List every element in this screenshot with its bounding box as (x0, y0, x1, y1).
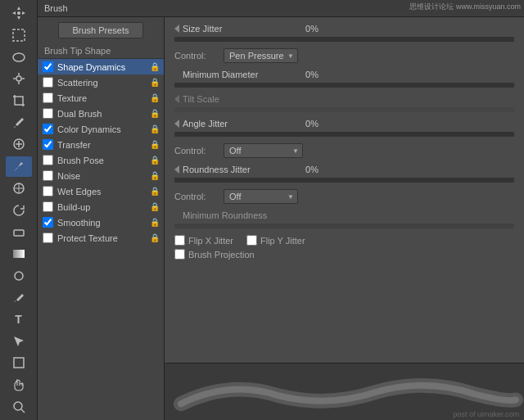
shape-dynamics-checkbox[interactable] (43, 61, 53, 72)
shape-dynamics-label: Shape Dynamics (57, 62, 150, 72)
rect-select-tool[interactable] (6, 25, 32, 46)
pen-tool[interactable] (6, 287, 32, 308)
brush-presets-button[interactable]: Brush Presets (58, 22, 142, 38)
size-jitter-value: 0% (289, 24, 318, 34)
wet-edges-checkbox[interactable] (43, 186, 53, 196)
tilt-scale-section: Tilt Scale (174, 94, 514, 112)
smoothing-lock-icon: 🔒 (150, 218, 159, 227)
size-jitter-row: Size Jitter 0% (174, 24, 514, 34)
dual-brush-label: Dual Brush (57, 109, 150, 119)
size-jitter-label: Size Jitter (183, 24, 289, 34)
flip-x-checkbox[interactable] (174, 235, 185, 246)
roundness-control-select[interactable]: Off Fade Pen Pressure Pen Tilt (224, 189, 298, 204)
flip-checks-row: Flip X Jitter Flip Y Jitter (174, 235, 514, 246)
roundness-jitter-value: 0% (289, 165, 318, 174)
move-tool[interactable] (6, 3, 32, 24)
roundness-jitter-row: Roundness Jitter 0% (174, 165, 514, 174)
size-jitter-slider[interactable] (174, 37, 514, 42)
text-tool[interactable]: T (6, 309, 32, 330)
brush-tool[interactable] (6, 156, 32, 177)
brush-pose-checkbox[interactable] (43, 155, 53, 165)
crop-tool[interactable] (6, 91, 32, 111)
flip-y-checkbox[interactable] (246, 235, 257, 246)
roundness-jitter-slider[interactable] (174, 178, 514, 183)
brush-item-smoothing[interactable]: Smoothing 🔒 (38, 215, 164, 230)
wet-edges-lock-icon: 🔒 (150, 187, 159, 196)
watermark-text: 思维设计论坛 www.missyuan.com (409, 2, 521, 12)
brush-projection-text: Brush Projection (188, 250, 255, 260)
smoothing-checkbox[interactable] (43, 217, 53, 228)
tilt-scale-label: Tilt Scale (183, 94, 289, 104)
brush-item-transfer[interactable]: Transfer 🔒 (38, 137, 164, 152)
tilt-scale-slider (174, 107, 514, 112)
clone-tool[interactable] (6, 178, 32, 199)
dual-brush-lock-icon: 🔒 (150, 109, 159, 118)
brush-items-list: Shape Dynamics 🔒 Scattering 🔒 Texture 🔒 (38, 59, 164, 420)
transfer-lock-icon: 🔒 (150, 140, 159, 149)
roundness-jitter-section: Roundness Jitter 0% (174, 165, 514, 183)
texture-checkbox[interactable] (43, 93, 53, 103)
path-select-tool[interactable] (6, 331, 32, 351)
size-control-select-wrapper: Pen Pressure Off Fade Pen Tilt (224, 48, 298, 63)
protect-texture-checkbox[interactable] (43, 233, 53, 243)
protect-texture-label: Protect Texture (57, 233, 150, 243)
angle-control-row: Control: Off Fade Pen Pressure Pen Tilt … (174, 143, 514, 158)
build-up-checkbox[interactable] (43, 201, 53, 212)
brush-item-brush-pose[interactable]: Brush Pose 🔒 (38, 152, 164, 168)
brush-item-noise[interactable]: Noise 🔒 (38, 168, 164, 183)
brush-item-protect-texture[interactable]: Protect Texture 🔒 (38, 230, 164, 246)
min-diameter-slider[interactable] (174, 83, 514, 88)
brush-item-shape-dynamics[interactable]: Shape Dynamics 🔒 (38, 59, 164, 75)
panel-title-bar: Brush 思维设计论坛 www.missyuan.com (38, 0, 524, 17)
size-control-label: Control: (174, 51, 224, 61)
noise-checkbox[interactable] (43, 170, 53, 181)
svg-line-18 (21, 409, 25, 413)
scattering-checkbox[interactable] (43, 77, 53, 88)
transfer-label: Transfer (57, 140, 150, 150)
svg-rect-16 (14, 358, 24, 368)
gradient-tool[interactable] (6, 244, 32, 264)
shapes-tool[interactable] (6, 353, 32, 373)
brush-pose-lock-icon: 🔒 (150, 156, 159, 165)
history-brush-tool[interactable] (6, 200, 32, 220)
angle-control-select[interactable]: Off Fade Pen Pressure Pen Tilt Initial D… (224, 143, 303, 158)
scattering-lock-icon: 🔒 (150, 78, 159, 87)
brush-item-dual-brush[interactable]: Dual Brush 🔒 (38, 106, 164, 121)
svg-rect-14 (13, 250, 25, 258)
brush-projection-label[interactable]: Brush Projection (174, 249, 514, 260)
size-control-select[interactable]: Pen Pressure Off Fade Pen Tilt (224, 48, 298, 63)
angle-jitter-row: Angle Jitter 0% (174, 119, 514, 129)
texture-lock-icon: 🔒 (150, 93, 159, 102)
hand-tool[interactable] (6, 375, 32, 395)
brush-projection-row: Brush Projection (174, 249, 514, 260)
heal-tool[interactable] (6, 134, 32, 155)
roundness-jitter-label: Roundness Jitter (183, 165, 289, 174)
svg-point-17 (14, 402, 22, 410)
dual-brush-checkbox[interactable] (43, 108, 53, 119)
zoom-tool[interactable] (6, 396, 32, 417)
brush-item-scattering[interactable]: Scattering 🔒 (38, 75, 164, 90)
transfer-checkbox[interactable] (43, 139, 53, 150)
flip-x-label[interactable]: Flip X Jitter (174, 235, 233, 246)
size-control-row: Control: Pen Pressure Off Fade Pen Tilt (174, 48, 514, 63)
eraser-tool[interactable] (6, 222, 32, 242)
lasso-tool[interactable] (6, 47, 32, 67)
angle-jitter-slider[interactable] (174, 132, 514, 137)
flip-x-text: Flip X Jitter (188, 236, 233, 246)
brush-item-texture[interactable]: Texture 🔒 (38, 90, 164, 106)
flip-y-label[interactable]: Flip Y Jitter (246, 235, 305, 246)
brush-tip-shape-label: Brush Tip Shape (38, 43, 164, 59)
color-dynamics-checkbox[interactable] (43, 124, 53, 134)
brush-projection-checkbox[interactable] (174, 249, 185, 260)
color-dynamics-label: Color Dynamics (57, 124, 150, 134)
magic-wand-tool[interactable] (6, 69, 32, 89)
panel-title: Brush (44, 3, 68, 13)
noise-label: Noise (57, 171, 150, 181)
brush-item-color-dynamics[interactable]: Color Dynamics 🔒 (38, 121, 164, 137)
eyedropper-tool[interactable] (6, 112, 32, 133)
angle-jitter-arrow (174, 120, 179, 128)
brush-item-wet-edges[interactable]: Wet Edges 🔒 (38, 183, 164, 199)
brush-item-build-up[interactable]: Build-up 🔒 (38, 199, 164, 215)
angle-jitter-section: Angle Jitter 0% (174, 119, 514, 137)
dodge-tool[interactable] (6, 265, 32, 286)
